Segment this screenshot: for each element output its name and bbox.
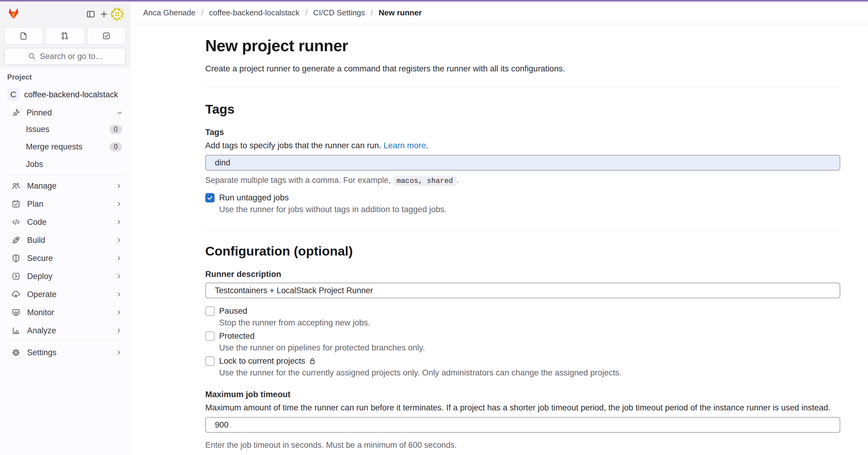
- chevron-right-icon: [116, 200, 123, 207]
- tags-field-description: Add tags to specify jobs that the runner…: [205, 141, 840, 150]
- document-icon: [19, 31, 28, 40]
- breadcrumb-separator: /: [201, 8, 203, 18]
- run-untagged-helper: Use the runner for jobs without tags in …: [219, 205, 840, 214]
- shield-icon: [11, 254, 21, 263]
- sidebar-item-manage[interactable]: Manage: [0, 177, 130, 195]
- sidebar-header: Search or go to...: [0, 1, 130, 67]
- paused-group: Paused Stop the runner from accepting ne…: [205, 306, 840, 328]
- sidebar-item-operate[interactable]: Operate: [0, 285, 130, 303]
- search-placeholder: Search or go to...: [40, 52, 102, 61]
- breadcrumb-project[interactable]: coffee-backend-localstack: [209, 8, 300, 18]
- super-sidebar: Search or go to... Project C coffee-back…: [0, 1, 130, 455]
- gear-icon: [11, 348, 21, 357]
- chevron-down-icon: [116, 109, 123, 116]
- pin-icon: [11, 108, 21, 117]
- chevron-right-icon: [116, 236, 123, 244]
- timeout-label: Maximum job timeout: [205, 390, 840, 399]
- rocket-icon: [11, 236, 21, 245]
- sidebar-item-jobs[interactable]: Jobs: [0, 156, 130, 173]
- chevron-right-icon: [116, 273, 123, 280]
- user-avatar[interactable]: [111, 7, 124, 21]
- timeout-description: Maximum amount of time the runner can ru…: [205, 403, 840, 413]
- issues-shortcut-button[interactable]: [4, 27, 43, 44]
- timeout-helper: Enter the job timeout in seconds. Must b…: [205, 441, 840, 450]
- deploy-icon: [11, 272, 21, 281]
- breadcrumb-cicd-settings[interactable]: CI/CD Settings: [313, 8, 365, 18]
- chart-icon: [11, 326, 21, 335]
- breadcrumb-current: New runner: [378, 8, 422, 18]
- tags-section-title: Tags: [205, 102, 840, 117]
- protected-checkbox-row[interactable]: Protected: [205, 331, 840, 341]
- tags-example-code: macos, shared: [393, 176, 457, 186]
- section-divider: [205, 230, 840, 230]
- sidebar-item-merge-requests[interactable]: Merge requests 0: [0, 138, 130, 156]
- project-avatar: C: [7, 89, 19, 101]
- todos-shortcut-button[interactable]: [87, 27, 126, 44]
- sidebar-item-deploy[interactable]: Deploy: [0, 267, 130, 285]
- plus-icon[interactable]: [97, 7, 111, 21]
- sidebar-toggle-icon[interactable]: [84, 7, 97, 21]
- page-subtitle: Create a project runner to generate a co…: [205, 64, 840, 73]
- merge-request-icon: [60, 31, 69, 40]
- runner-description-input[interactable]: [205, 283, 840, 298]
- lock-checkbox-row[interactable]: Lock to current projects: [205, 356, 840, 366]
- lock-helper: Use the runner for the currently assigne…: [219, 368, 840, 378]
- run-untagged-checkbox-row[interactable]: Run untagged jobs: [205, 193, 840, 202]
- paused-label: Paused: [219, 306, 247, 316]
- search-input[interactable]: Search or go to...: [4, 48, 126, 65]
- sidebar-item-code[interactable]: Code: [0, 213, 130, 231]
- search-icon: [28, 52, 36, 61]
- tags-helper: Separate multiple tags with a comma. For…: [205, 176, 840, 185]
- timeout-input[interactable]: [205, 417, 840, 433]
- sidebar-nav: Project C coffee-backend-localstack Pinn…: [0, 67, 130, 455]
- run-untagged-group: Run untagged jobs Use the runner for job…: [205, 193, 840, 214]
- chevron-right-icon: [116, 291, 123, 298]
- cloud-gear-icon: [11, 290, 21, 299]
- pinned-label: Pinned: [27, 108, 110, 118]
- chevron-right-icon: [116, 349, 123, 356]
- sidebar-item-plan[interactable]: Plan: [0, 195, 130, 213]
- config-section-title: Configuration (optional): [205, 244, 840, 259]
- task-done-icon: [102, 31, 111, 40]
- calendar-check-icon: [11, 199, 21, 208]
- protected-group: Protected Use the runner on pipelines fo…: [205, 331, 840, 353]
- breadcrumb-separator: /: [305, 8, 307, 18]
- page-content: New project runner Create a project runn…: [130, 24, 868, 455]
- learn-more-link[interactable]: Learn more: [384, 141, 426, 150]
- sidebar-item-project[interactable]: C coffee-backend-localstack: [0, 86, 130, 103]
- sidebar-item-build[interactable]: Build: [0, 231, 130, 249]
- chevron-right-icon: [116, 182, 123, 190]
- tags-field-label: Tags: [205, 127, 840, 137]
- users-icon: [11, 182, 21, 190]
- lock-checkbox[interactable]: [205, 356, 215, 366]
- breadcrumb-user[interactable]: Anca Ghenade: [143, 8, 195, 18]
- paused-helper: Stop the runner from accepting new jobs.: [219, 318, 840, 328]
- sidebar-item-settings[interactable]: Settings: [0, 344, 130, 362]
- check-icon: [207, 194, 213, 201]
- chevron-right-icon: [116, 255, 123, 262]
- merge-requests-shortcut-button[interactable]: [45, 27, 84, 44]
- run-untagged-checkbox[interactable]: [205, 193, 215, 202]
- sidebar-item-analyze[interactable]: Analyze: [0, 322, 130, 339]
- lock-label: Lock to current projects: [219, 356, 316, 366]
- paused-checkbox[interactable]: [205, 306, 215, 316]
- sidebar-item-monitor[interactable]: Monitor: [0, 303, 130, 322]
- protected-checkbox[interactable]: [205, 331, 215, 341]
- divider: [7, 175, 123, 175]
- protected-helper: Use the runner on pipelines for protecte…: [219, 343, 840, 353]
- sidebar-item-pinned[interactable]: Pinned: [0, 105, 130, 121]
- divider: [7, 342, 123, 342]
- gitlab-logo[interactable]: [7, 7, 21, 21]
- sidebar-item-secure[interactable]: Secure: [0, 249, 130, 267]
- paused-checkbox-row[interactable]: Paused: [205, 306, 840, 316]
- project-name: coffee-backend-localstack: [24, 90, 118, 99]
- lock-icon: [308, 357, 316, 365]
- chevron-right-icon: [116, 309, 123, 316]
- main-area: Anca Ghenade / coffee-backend-localstack…: [130, 1, 868, 455]
- issues-count-badge: 0: [110, 125, 122, 134]
- sidebar-item-issues[interactable]: Issues 0: [0, 121, 130, 138]
- theme-top-strip: [0, 0, 868, 1]
- section-divider: [205, 87, 840, 87]
- tags-input[interactable]: [205, 155, 840, 170]
- lock-group: Lock to current projects Use the runner …: [205, 356, 840, 378]
